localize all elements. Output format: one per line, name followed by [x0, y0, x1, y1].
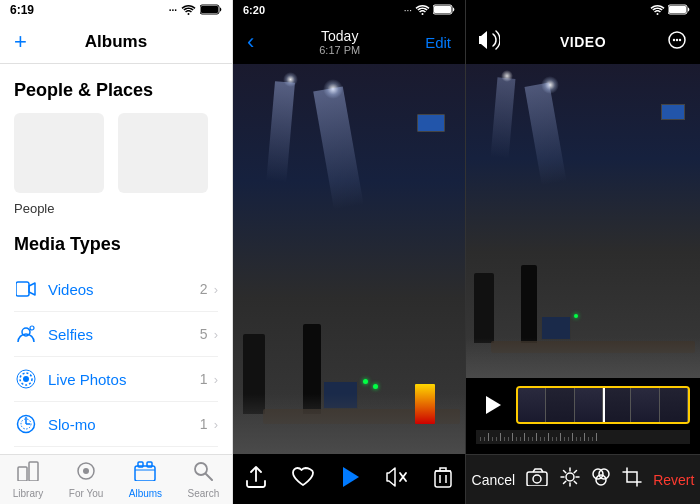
albums-tab-icon — [134, 461, 156, 486]
tab-search[interactable]: Search — [188, 461, 220, 499]
delete-button[interactable] — [434, 466, 452, 493]
albums-scroll-area[interactable]: People & Places People Media Types Video… — [0, 64, 232, 454]
video-label: VIDEO — [560, 34, 606, 50]
media-type-slomo[interactable]: Slo-mo 1 › — [14, 402, 218, 447]
filmstrip-frame-1 — [518, 388, 546, 422]
signal-dots-icon: ··· — [169, 5, 177, 16]
media-type-videos[interactable]: Videos 2 › — [14, 267, 218, 312]
tv-screen — [417, 114, 445, 132]
status-icons: ··· — [169, 4, 222, 17]
slomo-count: 1 — [200, 416, 208, 432]
svg-point-57 — [599, 469, 609, 479]
photo-wifi-icon — [415, 4, 430, 17]
green-light-1 — [363, 379, 368, 384]
media-type-selfies[interactable]: Selfies 5 › — [14, 312, 218, 357]
video-main-area — [466, 64, 700, 378]
search-tab-label: Search — [188, 488, 220, 499]
cancel-button[interactable]: Cancel — [472, 472, 516, 488]
tab-foryou[interactable]: For You — [69, 461, 103, 499]
wifi-icon — [181, 4, 196, 17]
svg-point-47 — [566, 473, 574, 481]
selfies-count: 5 — [200, 326, 208, 342]
photo-header-center: Today 6:17 PM — [319, 28, 360, 56]
svg-rect-2 — [201, 6, 218, 13]
filmstrip[interactable] — [516, 386, 690, 424]
tab-library[interactable]: Library — [13, 461, 44, 499]
media-type-livephotos[interactable]: Live Photos 1 › — [14, 357, 218, 402]
brightness-tool-button[interactable] — [560, 467, 580, 492]
svg-point-22 — [83, 468, 89, 474]
svg-rect-34 — [435, 471, 451, 487]
slomo-icon — [14, 412, 38, 436]
svg-point-44 — [679, 38, 681, 40]
people-label: People — [14, 201, 218, 216]
people-thumb-2[interactable] — [118, 113, 208, 193]
filmstrip-frame-6 — [660, 388, 688, 422]
scrubber-bar — [476, 386, 690, 424]
svg-point-6 — [30, 326, 34, 330]
videos-chevron: › — [214, 282, 218, 297]
video-play-button[interactable] — [476, 389, 508, 421]
edit-button[interactable]: Edit — [425, 34, 451, 51]
svg-rect-45 — [527, 472, 547, 486]
vscene-ray-2 — [491, 77, 516, 158]
tab-albums[interactable]: Albums — [129, 461, 162, 499]
media-types-list: Videos 2 › Selfies 5 › Live Photos 1 — [14, 267, 218, 454]
filmstrip-frame-2 — [546, 388, 574, 422]
svg-rect-30 — [434, 6, 451, 13]
filmstrip-frame-5 — [631, 388, 659, 422]
svg-rect-3 — [16, 282, 29, 296]
svg-line-55 — [563, 481, 565, 483]
video-header: VIDEO — [466, 20, 700, 64]
revert-button[interactable]: Revert — [653, 472, 694, 488]
video-header-left — [478, 30, 500, 55]
crop-tool-button[interactable] — [622, 467, 642, 492]
video-scene — [466, 64, 700, 378]
video-battery-icon — [668, 4, 690, 17]
vscene-greenlight — [574, 314, 578, 318]
svg-point-38 — [657, 13, 659, 15]
more-options-button[interactable] — [666, 29, 688, 56]
media-types-section-title: Media Types — [14, 234, 218, 255]
videos-label: Videos — [48, 281, 200, 298]
vscene-floor — [466, 338, 700, 378]
albums-tab-label: Albums — [129, 488, 162, 499]
svg-line-53 — [574, 481, 576, 483]
photo-battery-icon — [433, 4, 455, 17]
svg-line-54 — [574, 471, 576, 473]
speaker-button[interactable] — [478, 30, 500, 55]
tab-bar: Library For You Albums Search — [0, 454, 232, 504]
scene-ray-1 — [313, 86, 363, 209]
vscene-tv — [661, 104, 685, 120]
vscene-person-2 — [521, 265, 537, 343]
people-thumb-1[interactable] — [14, 113, 104, 193]
favorite-button[interactable] — [292, 467, 314, 492]
video-editor-panel: VIDEO — [466, 0, 700, 504]
photo-scene — [233, 64, 465, 454]
camera-tool-button[interactable] — [526, 468, 548, 491]
selfies-label: Selfies — [48, 326, 200, 343]
people-grid — [14, 113, 218, 193]
time-display: 6:19 — [10, 3, 34, 17]
people-places-section-title: People & Places — [14, 80, 218, 101]
svg-rect-24 — [138, 462, 143, 467]
svg-line-52 — [563, 471, 565, 473]
slomo-chevron: › — [214, 417, 218, 432]
svg-rect-20 — [29, 462, 38, 481]
scene-ray-2 — [266, 81, 295, 182]
play-button[interactable] — [340, 466, 360, 493]
media-type-screenshots[interactable]: Screenshots 45 › — [14, 447, 218, 454]
live-photos-chevron: › — [214, 372, 218, 387]
scrubber-position-indicator — [603, 386, 605, 424]
photo-header: ‹ Today 6:17 PM Edit — [233, 20, 465, 64]
svg-marker-31 — [343, 467, 359, 487]
green-light-2 — [373, 384, 378, 389]
mute-button[interactable] — [386, 467, 408, 492]
slomo-label: Slo-mo — [48, 416, 200, 433]
effects-tool-button[interactable] — [591, 467, 611, 492]
svg-rect-40 — [669, 6, 686, 13]
back-button[interactable]: ‹ — [247, 29, 254, 55]
add-album-button[interactable]: + — [14, 31, 27, 53]
foryou-tab-icon — [75, 461, 97, 486]
share-button[interactable] — [246, 466, 266, 493]
